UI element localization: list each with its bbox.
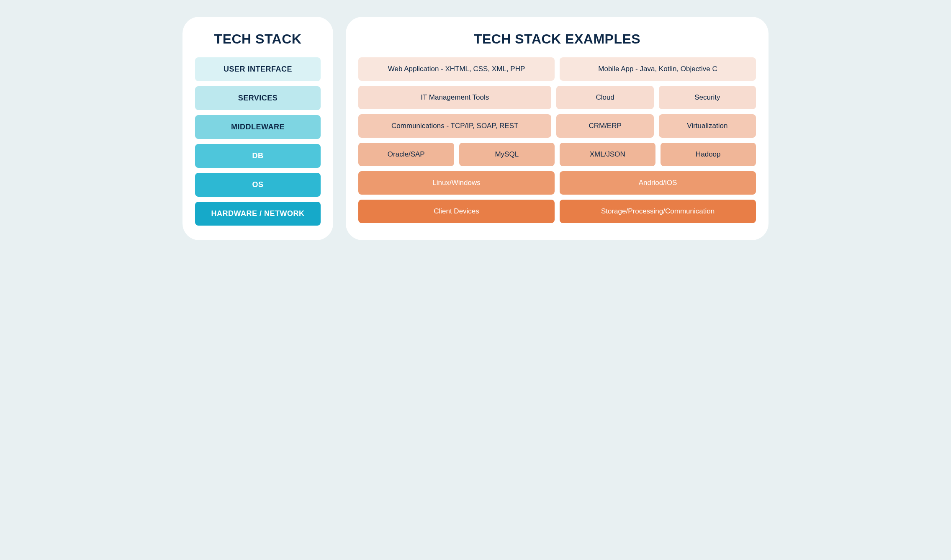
example-communications: Communications - TCP/IP, SOAP, REST (358, 114, 551, 138)
examples-row-5: Linux/Windows Andriod/iOS (358, 171, 756, 195)
examples-rows: Web Application - XHTML, CSS, XML, PHP M… (358, 57, 756, 223)
example-mobile-app: Mobile App - Java, Kotlin, Objective C (560, 57, 756, 81)
examples-row-2: IT Management Tools Cloud Security (358, 86, 756, 109)
layer-user-interface: USER INTERFACE (195, 57, 321, 81)
layer-hardware-network: HARDWARE / NETWORK (195, 202, 321, 226)
examples-row-6: Client Devices Storage/Processing/Commun… (358, 200, 756, 223)
examples-row-1: Web Application - XHTML, CSS, XML, PHP M… (358, 57, 756, 81)
examples-row-3: Communications - TCP/IP, SOAP, REST CRM/… (358, 114, 756, 138)
example-android-ios: Andriod/iOS (560, 171, 756, 195)
examples-row-4: Oracle/SAP MySQL XML/JSON Hadoop (358, 143, 756, 166)
layer-os: OS (195, 173, 321, 197)
tech-stack-title: TECH STACK (195, 31, 321, 47)
example-security: Security (659, 86, 756, 109)
example-hadoop: Hadoop (661, 143, 756, 166)
example-virtualization: Virtualization (659, 114, 756, 138)
layer-services: SERVICES (195, 86, 321, 110)
layer-db: DB (195, 144, 321, 168)
example-it-management: IT Management Tools (358, 86, 551, 109)
example-mysql: MySQL (459, 143, 555, 166)
example-web-application: Web Application - XHTML, CSS, XML, PHP (358, 57, 555, 81)
diagram-container: TECH STACK USER INTERFACE SERVICES MIDDL… (182, 17, 769, 240)
example-linux-windows: Linux/Windows (358, 171, 555, 195)
examples-title: TECH STACK EXAMPLES (358, 31, 756, 47)
tech-stack-layers: USER INTERFACE SERVICES MIDDLEWARE DB OS… (195, 57, 321, 226)
layer-middleware: MIDDLEWARE (195, 115, 321, 139)
tech-stack-panel: TECH STACK USER INTERFACE SERVICES MIDDL… (182, 17, 333, 240)
example-crm-erp: CRM/ERP (556, 114, 653, 138)
example-storage-processing: Storage/Processing/Communication (560, 200, 756, 223)
example-xml-json: XML/JSON (560, 143, 655, 166)
example-cloud: Cloud (556, 86, 653, 109)
tech-stack-examples-panel: TECH STACK EXAMPLES Web Application - XH… (346, 17, 769, 240)
example-oracle-sap: Oracle/SAP (358, 143, 454, 166)
example-client-devices: Client Devices (358, 200, 555, 223)
